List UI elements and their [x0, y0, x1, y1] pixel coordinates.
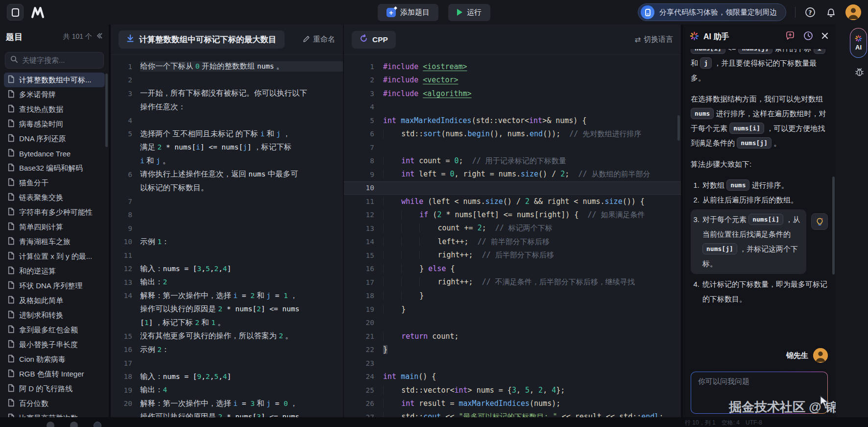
code-line: 16 } else { [344, 262, 681, 276]
bug-report-icon[interactable] [854, 67, 865, 79]
close-icon[interactable] [821, 32, 829, 42]
problem-list-item[interactable]: 青海湖租车之旅 [4, 234, 105, 249]
problem-list-item[interactable]: Cion 勒索病毒 [4, 352, 105, 367]
search-placeholder: 关键字搜索... [22, 56, 65, 65]
problem-list-item[interactable]: 最小替换子串长度 [4, 337, 105, 352]
problem-list-item[interactable]: Bytedance Tree [4, 146, 105, 161]
problem-list-item[interactable]: 和的逆运算 [4, 264, 105, 278]
problem-list-item[interactable]: 及格如此简单 [4, 293, 105, 308]
code-line: 27 std::cout << "最多可以标记的下标数目: " << resul… [344, 410, 681, 417]
language-tab-cpp[interactable]: CPP [352, 31, 396, 49]
assistant-scrollbar[interactable] [832, 176, 835, 275]
assistant-title: AI 助手 [703, 32, 729, 42]
editor-status-text: 行 10，列 1 空格: 4 UTF-8 [685, 419, 762, 427]
code-line: 21 return count; [344, 329, 681, 343]
assistant-step: 2.从前往后遍历排序后的数组。 [691, 193, 828, 207]
problem-list-item[interactable]: 计算位置 x 到 y 的最... [4, 249, 105, 264]
history-icon[interactable] [803, 31, 813, 43]
problem-list-item[interactable]: DNA 序列还原 [4, 131, 105, 146]
problem-list-item[interactable]: 多米诺骨牌 [4, 87, 105, 102]
collapse-sidebar-icon[interactable] [96, 32, 103, 41]
code-line: 9 int left = 0, right = nums.size() / 2;… [344, 168, 681, 181]
ai-toggle-button[interactable]: AI [850, 28, 867, 58]
search-icon [10, 55, 18, 65]
marscode-logo-icon [30, 6, 45, 19]
assistant-header-icons [786, 31, 829, 43]
sidebar-header: 题目 共 101 个 [0, 25, 109, 49]
code-line: 5int maxMarkedIndices(std::vector<int>& … [344, 114, 681, 127]
pencil-icon [303, 35, 310, 44]
user-avatar[interactable] [845, 4, 861, 20]
assistant-step: 1.对数组 nums 进行排序。 [691, 178, 828, 193]
problem-list-item[interactable]: 阿 D 的飞行路线 [4, 381, 105, 396]
sidebar-scrollbar[interactable] [105, 74, 108, 147]
description-line: 18输入：nums = [9,2,5,4] [111, 370, 343, 384]
inline-code-chip: nums[i] [691, 49, 725, 54]
problem-list-item[interactable]: 拿到最多红包金额 [4, 323, 105, 337]
problem-list-item[interactable]: 百分位数 [4, 396, 105, 411]
switch-language-button[interactable]: ⇄ 切换语言 [634, 35, 673, 44]
problem-list-item[interactable]: 猫鱼分干 [4, 176, 105, 190]
problem-list-item[interactable]: 环状 DNA 序列整理 [4, 278, 105, 293]
assistant-input[interactable]: 你可以问我问题 [691, 372, 828, 414]
new-chat-icon[interactable] [786, 31, 796, 43]
description-line: 操作可以执行的原因是 2 * nums[3] <= nums [111, 410, 343, 417]
topbar-actions: + 添加题目 运行 [378, 4, 490, 21]
description-editor[interactable]: 1给你一个下标从 0 开始的整数数组 nums 。23一开始，所有下标都没有被标… [111, 55, 343, 417]
description-header: 计算整数数组中可标记下标的最大数目 重命名 [111, 25, 343, 55]
inline-code-chip: i [814, 49, 825, 54]
description-line: i 和 j 。 [111, 154, 343, 168]
app-window-button[interactable] [7, 4, 24, 21]
document-icon [7, 310, 15, 320]
document-icon [7, 251, 15, 261]
add-problem-button[interactable]: + 添加题目 [378, 4, 438, 21]
promo-banner[interactable]: 分享代码练习体验，领限量定制周边 [638, 3, 786, 21]
promo-banner-text: 分享代码练习体验，领限量定制周边 [659, 8, 777, 17]
help-icon[interactable]: ? [804, 6, 816, 18]
code-line: 11 while (left < nums.size() / 2 && righ… [344, 195, 681, 208]
user-avatar-small [813, 348, 828, 363]
code-line: 15 right++; // 后半部分下标后移 [344, 249, 681, 262]
assistant-paragraph: 算法步骤大致如下: [691, 157, 828, 172]
problem-list: 计算整数数组中可标...多米诺骨牌查找热点数据病毒感染时间DNA 序列还原Byt… [0, 73, 109, 426]
code-line: 18 } [344, 289, 681, 303]
editor-scrollbar[interactable] [677, 115, 680, 141]
problem-list-item[interactable]: 进制求和转换 [4, 308, 105, 323]
assistant-paragraph: 在选择数据结构方面，我们可以先对数组 nums 进行排序，这样在遍历数组时，对于… [691, 92, 828, 151]
document-icon [7, 193, 15, 202]
code-line: 3#include <algorithm> [344, 87, 681, 100]
rename-button[interactable]: 重命名 [303, 35, 335, 44]
search-input[interactable]: 关键字搜索... [5, 52, 104, 69]
problem-title-chip[interactable]: 计算整数数组中可标记下标的最大数目 [119, 30, 285, 49]
user-name: 锦先生 [786, 351, 808, 360]
hint-lightbulb-button[interactable] [811, 213, 828, 230]
description-line: 4 [111, 114, 343, 127]
problem-list-item[interactable]: 字符串有多少种可能性 [4, 205, 105, 220]
inline-code-chip: j [700, 57, 712, 69]
problem-list-item[interactable]: 简单四则计算 [4, 220, 105, 234]
description-line: [1] ，标记下标 2 和 1 。 [111, 316, 343, 330]
document-icon [7, 75, 15, 85]
document-icon [7, 354, 15, 364]
problem-list-item[interactable]: Base32 编码和解码 [4, 161, 105, 176]
document-icon [7, 163, 15, 173]
sparkle-icon [690, 31, 699, 43]
bell-icon[interactable] [825, 6, 837, 18]
problem-list-item[interactable]: 病毒感染时间 [4, 117, 105, 131]
problem-list-item[interactable]: 计算整数数组中可标... [4, 73, 105, 87]
inline-code-chip: nums[j] [737, 137, 772, 149]
code-editor[interactable]: 1#include <iostream>2#include <vector>3#… [344, 55, 681, 417]
document-icon [7, 340, 15, 350]
description-line: 13输出：2 [111, 276, 343, 289]
problem-list-item[interactable]: 查找热点数据 [4, 102, 105, 117]
problem-list-item[interactable]: 链表聚集交换 [4, 190, 105, 205]
description-line: 9 [111, 222, 343, 235]
description-line: 19输出：4 [111, 383, 343, 397]
assistant-paragraph: nums[i] <= nums[j] 条件的下标 i 和 j ，并且要使得标记的… [691, 49, 828, 85]
run-button[interactable]: 运行 [448, 4, 490, 21]
editor-header: CPP ⇄ 切换语言 [344, 25, 681, 55]
description-line: 12输入：nums = [3,5,2,4] [111, 262, 343, 276]
document-icon [7, 281, 15, 291]
problem-list-item[interactable]: RGB 色值转 Integer [4, 367, 105, 381]
description-line: 3一开始，所有下标都没有被标记。你可以执行以下 [111, 87, 343, 100]
